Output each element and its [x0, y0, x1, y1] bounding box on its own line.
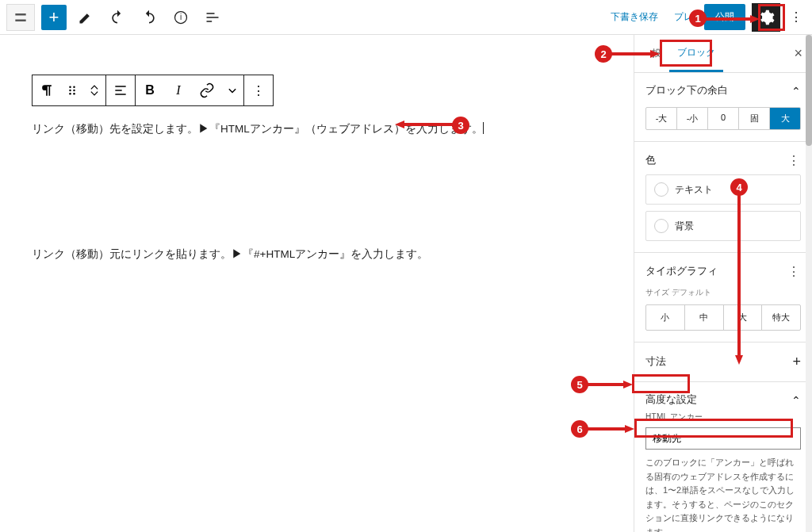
panel-color: 色 ⋮ テキスト 背景 — [634, 142, 812, 253]
panel-typography: タイポグラフィ ⋮ サイズ デフォルト 小中大特大 — [634, 253, 812, 343]
close-icon[interactable]: × — [794, 45, 802, 62]
tab-block[interactable]: ブロック — [669, 36, 723, 72]
info-icon[interactable]: i — [168, 5, 193, 30]
undo-icon[interactable] — [105, 5, 130, 30]
panel-dimension: 寸法 + — [634, 343, 812, 382]
panel-advanced: 高度な設定 ⌃ HTML アンカー このブロックに「アンカー」と呼ばれる固有のウ… — [634, 382, 812, 532]
margin-opt[interactable]: 0 — [708, 108, 739, 129]
svg-rect-1 — [15, 19, 25, 21]
paragraph-icon[interactable] — [33, 75, 61, 105]
link-icon[interactable] — [193, 75, 221, 105]
move-handle-icon[interactable] — [83, 75, 105, 105]
more-format-icon[interactable] — [221, 75, 243, 105]
svg-point-8 — [69, 93, 71, 95]
svg-point-5 — [73, 86, 75, 89]
top-toolbar: + i 下書き保存 プレ 公開 ⋮ — [0, 0, 812, 35]
anchor-label: HTML アンカー — [645, 411, 801, 423]
outline-icon[interactable] — [200, 5, 225, 30]
site-icon[interactable] — [6, 4, 35, 31]
panel-typography-head[interactable]: タイポグラフィ ⋮ — [645, 264, 801, 279]
settings-button[interactable] — [752, 3, 780, 32]
svg-point-7 — [73, 90, 75, 92]
margin-opt[interactable]: -大 — [646, 108, 677, 129]
ellipsis-icon[interactable]: ⋮ — [787, 153, 801, 168]
svg-point-4 — [69, 86, 71, 89]
svg-point-9 — [73, 93, 75, 95]
svg-text:i: i — [180, 13, 182, 21]
bg-color-swatch — [654, 219, 668, 233]
save-draft-link[interactable]: 下書き保存 — [606, 10, 663, 24]
redo-icon[interactable] — [136, 5, 162, 30]
italic-icon[interactable]: I — [164, 75, 193, 105]
color-bg-row[interactable]: 背景 — [645, 211, 801, 241]
paragraph-block-1[interactable]: リンク（移動）先を設定します。▶『HTMLアンカー』（ウェブアドレス）を入力しま… — [32, 122, 602, 136]
block-more-icon[interactable]: ⋮ — [244, 75, 273, 105]
margin-options: -大-小0固大 — [645, 107, 801, 130]
typo-size-opt[interactable]: 大 — [724, 305, 763, 330]
anchor-input[interactable] — [645, 427, 801, 450]
typo-size-opt[interactable]: 中 — [685, 305, 724, 330]
margin-opt[interactable]: -小 — [677, 108, 708, 129]
gear-icon — [757, 9, 775, 26]
svg-rect-0 — [15, 13, 25, 16]
svg-point-6 — [69, 90, 71, 92]
tab-post[interactable]: 投 — [644, 36, 669, 72]
block-toolbar: B I ⋮ — [32, 75, 274, 106]
typo-size-opt[interactable]: 特大 — [762, 305, 800, 330]
more-menu-icon[interactable]: ⋮ — [787, 5, 806, 30]
sidebar-tabs: 投 ブロック × — [634, 35, 812, 73]
typo-size-opt[interactable]: 小 — [646, 305, 685, 330]
bold-icon[interactable]: B — [136, 75, 164, 105]
anchor-description: このブロックに「アンカー」と呼ばれる固有のウェブアドレスを作成するには、1〜2単… — [645, 456, 801, 532]
typography-sizes: 小中大特大 — [645, 304, 801, 331]
editor-canvas[interactable]: B I ⋮ リンク（移動）先を設定します。▶『HTMLアンカー』（ウェブアドレス… — [0, 35, 634, 532]
panel-dimension-head[interactable]: 寸法 + — [645, 354, 801, 370]
publish-button[interactable]: 公開 — [704, 4, 745, 30]
margin-opt[interactable]: 大 — [770, 108, 800, 129]
panel-margin: ブロック下の余白 ⌃ -大-小0固大 — [634, 73, 812, 142]
panel-advanced-head[interactable]: 高度な設定 ⌃ — [645, 393, 801, 407]
text-color-swatch — [654, 182, 668, 197]
edit-mode-icon[interactable] — [73, 5, 98, 30]
settings-sidebar: 投 ブロック × ブロック下の余白 ⌃ -大-小0固大 色 ⋮ テキスト 背景 — [634, 35, 812, 532]
add-block-button[interactable]: + — [41, 5, 67, 30]
plus-icon[interactable]: + — [792, 354, 801, 370]
preview-link[interactable]: プレ — [669, 10, 698, 24]
paragraph-block-2[interactable]: リンク（移動）元にリンクを貼ります。▶『#+HTMLアンカー』を入力します。 — [32, 247, 602, 262]
panel-color-head[interactable]: 色 ⋮ — [645, 153, 801, 168]
color-text-row[interactable]: テキスト — [645, 174, 801, 205]
chevron-up-icon: ⌃ — [791, 85, 801, 98]
panel-margin-head[interactable]: ブロック下の余白 ⌃ — [645, 84, 801, 98]
margin-opt[interactable]: 固 — [739, 108, 770, 129]
scrollbar[interactable] — [806, 35, 812, 532]
ellipsis-icon[interactable]: ⋮ — [787, 264, 801, 279]
drag-handle-icon[interactable] — [61, 75, 83, 105]
chevron-up-icon: ⌃ — [791, 394, 801, 407]
align-icon[interactable] — [106, 75, 135, 105]
